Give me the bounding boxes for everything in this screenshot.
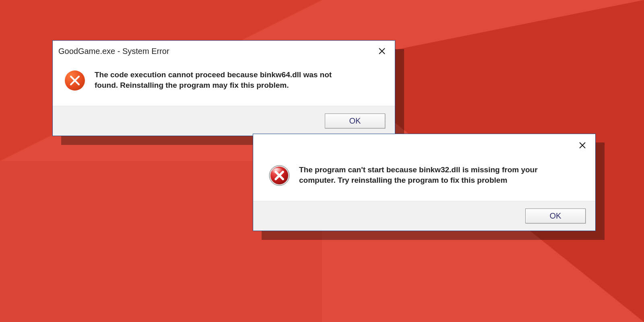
ok-button[interactable]: OK <box>325 114 385 128</box>
system-error-dialog-1: GoodGame.exe - System Error <box>52 40 395 136</box>
system-error-dialog-2: The program can't start because binkw32.… <box>253 134 596 231</box>
dialog-footer: OK <box>53 106 395 136</box>
titlebar: GoodGame.exe - System Error <box>53 41 395 60</box>
error-message: The code execution cannot proceed becaus… <box>95 70 352 90</box>
error-message: The program can't start because binkw32.… <box>299 165 557 185</box>
error-icon <box>268 165 290 186</box>
dialog-content: The program can't start because binkw32.… <box>253 153 595 201</box>
error-icon <box>64 70 86 91</box>
close-button[interactable] <box>575 139 590 152</box>
close-icon <box>378 47 386 55</box>
dialog-window: The program can't start because binkw32.… <box>253 134 596 231</box>
dialog-footer: OK <box>253 201 595 231</box>
close-button[interactable] <box>375 45 389 58</box>
close-icon <box>579 142 586 149</box>
titlebar <box>253 134 595 153</box>
ok-button[interactable]: OK <box>525 208 586 223</box>
dialog-content: The code execution cannot proceed becaus… <box>53 60 395 106</box>
dialog-title: GoodGame.exe - System Error <box>58 47 169 56</box>
dialog-window: GoodGame.exe - System Error <box>52 40 395 136</box>
